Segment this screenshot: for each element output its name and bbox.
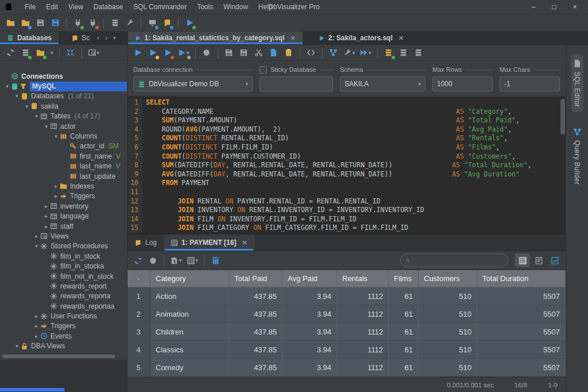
grid-corner-header[interactable]: · <box>127 270 150 287</box>
table-row[interactable]: 1Action437.853.941112615105507 <box>127 287 566 305</box>
save-button[interactable] <box>33 16 47 30</box>
column-header-rentals[interactable]: Rentals <box>337 270 389 287</box>
export-result-button[interactable]: ▾ <box>168 253 184 267</box>
tab-sql-file-1[interactable]: 1: Sakila_rental_statictics_by_category.… <box>128 32 303 44</box>
connect-button[interactable] <box>71 16 84 30</box>
editor-options-button[interactable]: ▾ <box>342 46 357 60</box>
chevron-right-icon[interactable]: ▸ <box>33 333 40 339</box>
close-icon[interactable]: ✕ <box>242 239 247 247</box>
row-number[interactable]: 1 <box>127 287 150 305</box>
tab-sql-file-2[interactable]: 2: Sakila_actors.sql ✕ <box>312 32 411 44</box>
close-button[interactable]: × <box>566 3 583 11</box>
server-properties-button[interactable] <box>108 16 122 30</box>
tab-list-chevron-icon[interactable]: ▾ <box>110 32 119 44</box>
cell[interactable]: 61 <box>389 287 419 305</box>
tree-item-actor-id[interactable]: actor_idSM <box>0 141 127 151</box>
tool-properties-button[interactable] <box>123 16 137 30</box>
rollback-button[interactable] <box>397 46 411 60</box>
column-header-avg-paid[interactable]: Avg Paid <box>283 270 337 287</box>
tree-item-dba-views[interactable]: ▾DBA Views <box>0 341 127 351</box>
chevron-right-icon[interactable]: ▸ <box>42 203 50 209</box>
maximize-button[interactable]: □ <box>546 3 563 11</box>
cell[interactable]: 1112 <box>337 323 389 341</box>
cell[interactable]: 510 <box>419 323 477 341</box>
tree-item-inventory[interactable]: ▸inventory <box>0 201 127 211</box>
continue-on-error-button[interactable]: ▾ <box>358 46 373 60</box>
add-connection-button[interactable] <box>18 46 32 60</box>
text-view-button[interactable] <box>531 253 546 267</box>
tree-item-sakila[interactable]: ▾sakila <box>0 101 127 111</box>
commit-button[interactable] <box>382 46 396 60</box>
find-object-button[interactable]: ▾ <box>86 46 102 60</box>
tree-item-tables[interactable]: ▾Tables(4 of 17) <box>0 112 127 121</box>
cell[interactable]: 1112 <box>337 359 389 376</box>
cell[interactable]: 3.94 <box>283 287 337 305</box>
cell[interactable]: 3.94 <box>283 323 337 341</box>
open-bookmark-button[interactable] <box>18 16 32 30</box>
cell[interactable]: Comedy <box>150 359 229 376</box>
tree-item-last-name[interactable]: last_nameV <box>0 162 127 171</box>
table-row[interactable]: 5Comedy437.853.941112615105507 <box>127 359 566 376</box>
previous-next-statement-button[interactable] <box>304 46 318 60</box>
schema-select[interactable]: SAKILA ▾ <box>340 76 425 91</box>
cell[interactable]: 61 <box>389 359 419 376</box>
tree-item-connections[interactable]: Connections <box>0 71 127 81</box>
chevron-right-icon[interactable]: ▸ <box>33 323 40 329</box>
max-chars-input[interactable] <box>504 80 555 88</box>
tab-nav-next-icon[interactable]: › <box>102 32 110 44</box>
row-number[interactable]: 5 <box>127 359 150 376</box>
chevron-down-icon[interactable]: ▾ <box>13 93 21 99</box>
menu-window[interactable]: Window <box>218 3 253 11</box>
result-search-box[interactable] <box>400 253 508 267</box>
tree-item-film-not-in-stock[interactable]: film_not_in_stock <box>0 271 127 281</box>
cell[interactable]: 510 <box>419 359 477 376</box>
cell[interactable]: 5507 <box>477 341 566 359</box>
sql-history-button[interactable] <box>160 16 174 30</box>
tree-item-film-in-stocka[interactable]: film_in_stocka <box>0 261 127 271</box>
stop-button[interactable] <box>200 46 214 60</box>
chevron-right-icon[interactable]: ▸ <box>42 213 50 219</box>
grid-view-button[interactable] <box>515 253 530 267</box>
editor-vscrollbar-thumb[interactable] <box>560 99 565 134</box>
cell[interactable]: 437.85 <box>229 341 283 359</box>
cell[interactable]: 3.94 <box>283 359 337 376</box>
cell[interactable]: 61 <box>389 305 419 323</box>
cell[interactable]: Classics <box>150 341 229 359</box>
disconnect-button[interactable] <box>86 16 99 30</box>
collapse-all-button[interactable] <box>64 46 78 60</box>
tab-databases[interactable]: Databases <box>0 32 59 44</box>
tree-hscrollbar[interactable] <box>1 354 126 359</box>
menu-tools[interactable]: Tools <box>192 3 218 11</box>
cell[interactable]: 5507 <box>477 305 566 323</box>
tree-item-rewards-reporta[interactable]: rewards_reporta <box>0 291 127 301</box>
tree-item-user-functions[interactable]: ▸User Functions <box>0 311 127 321</box>
aggregate-button[interactable] <box>208 253 222 267</box>
format-sql-button[interactable] <box>327 46 341 60</box>
row-number[interactable]: 4 <box>127 341 150 359</box>
column-header-customers[interactable]: Customers <box>419 270 477 287</box>
cell[interactable]: 1112 <box>337 287 389 305</box>
tree-item-triggers[interactable]: ▸Triggers <box>0 321 127 331</box>
chevron-right-icon[interactable]: ▸ <box>33 233 40 239</box>
cell[interactable]: 437.85 <box>229 359 283 376</box>
tree-item-users[interactable]: ▸Users <box>0 351 127 353</box>
max-rows-input[interactable] <box>437 80 488 88</box>
cell[interactable]: 510 <box>419 305 477 323</box>
execute-button[interactable] <box>131 46 145 60</box>
cell[interactable]: 3.94 <box>283 341 337 359</box>
tree-item-stored-procedures[interactable]: ▾Stored Procedures <box>0 241 127 251</box>
refresh-objects-button[interactable] <box>3 46 17 60</box>
tab-query-builder[interactable]: Query Builder <box>571 122 583 190</box>
add-folder-button[interactable] <box>33 46 47 60</box>
column-header-films[interactable]: Films <box>389 270 419 287</box>
chevron-right-icon[interactable]: ▸ <box>52 183 60 189</box>
tree-hscrollbar-thumb[interactable] <box>2 355 115 358</box>
tree-item-triggers[interactable]: ▸Triggers <box>0 191 127 201</box>
paste-button[interactable] <box>282 46 296 60</box>
cell[interactable]: 510 <box>419 341 477 359</box>
chevron-right-icon[interactable]: ▸ <box>33 313 40 319</box>
execute-current-button[interactable] <box>146 46 160 60</box>
chevron-right-icon[interactable]: ▸ <box>52 193 60 199</box>
tree-item-language[interactable]: ▸language <box>0 211 127 221</box>
cell[interactable]: 3.94 <box>283 305 337 323</box>
